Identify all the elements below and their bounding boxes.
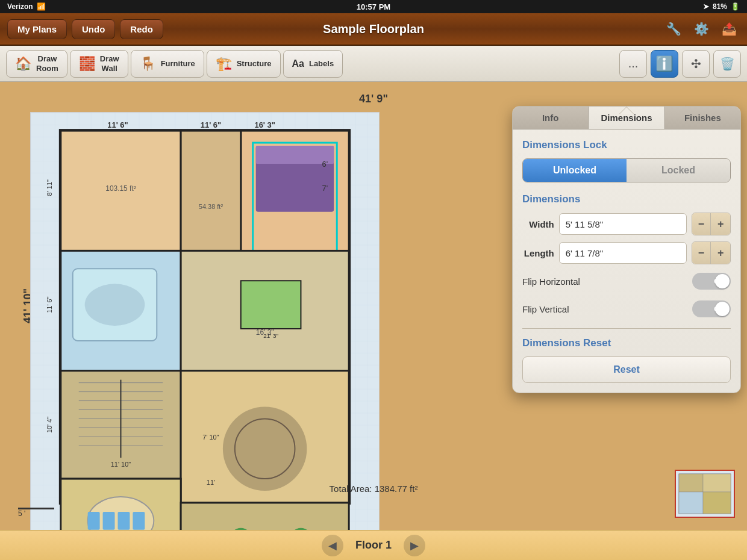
structure-icon: 🏗️	[216, 56, 232, 72]
svg-rect-61	[703, 474, 731, 492]
undo-button[interactable]: Undo	[72, 19, 115, 39]
info-icon: ℹ️	[655, 55, 674, 72]
width-label: Width	[522, 219, 554, 229]
title-right-icons: 🔧 ⚙️ 📤	[663, 18, 740, 40]
labels-button[interactable]: Aa Labels	[283, 50, 343, 78]
move-button[interactable]: ✣	[682, 50, 710, 78]
flip-horizontal-state: OFF	[714, 278, 727, 285]
draw-wall-label1: Draw	[100, 54, 119, 64]
battery-icon: 🔋	[731, 2, 740, 11]
location-icon: ➤	[703, 2, 709, 11]
scale-label: 5 '	[18, 509, 25, 518]
flip-vertical-state: OFF	[714, 305, 727, 313]
svg-text:6': 6'	[322, 160, 328, 169]
flip-horizontal-label: Flip Horizontal	[522, 276, 580, 287]
reset-button[interactable]: Reset	[522, 356, 731, 383]
length-input[interactable]	[559, 242, 687, 264]
locked-button[interactable]: Locked	[627, 159, 730, 182]
svg-text:11': 11'	[207, 479, 215, 486]
title-bar: My Plans Undo Redo Sample Floorplan 🔧 ⚙️…	[0, 13, 747, 46]
svg-rect-38	[118, 512, 130, 530]
trash-button[interactable]: 🗑️	[713, 50, 741, 78]
panel-tabs: Info Dimensions Finishes	[513, 107, 740, 129]
width-stepper: − +	[692, 213, 731, 235]
flip-horizontal-row: Flip Horizontal OFF	[522, 270, 731, 292]
svg-text:11' 6": 11' 6"	[107, 120, 128, 129]
next-floor-button[interactable]: ▶	[404, 535, 425, 556]
svg-text:7': 7'	[322, 184, 328, 193]
svg-text:11' 10": 11' 10"	[111, 461, 131, 468]
floor-label: Floor 1	[355, 539, 392, 552]
draw-wall-label2: Wall	[100, 64, 119, 73]
draw-room-button[interactable]: 🏠 Draw Room	[6, 50, 67, 78]
svg-text:103.15 ft²: 103.15 ft²	[105, 184, 136, 193]
furniture-button[interactable]: 🪑 Furniture	[131, 50, 204, 78]
length-increase-button[interactable]: +	[711, 242, 730, 264]
width-input[interactable]	[559, 213, 687, 235]
dimensions-section-title: Dimensions	[522, 193, 731, 205]
furniture-icon: 🪑	[140, 56, 156, 72]
prev-floor-button[interactable]: ◀	[322, 535, 343, 556]
svg-rect-10	[181, 131, 241, 250]
panel-divider	[522, 328, 731, 329]
move-icon: ✣	[691, 57, 701, 71]
title-left-buttons: My Plans Undo Redo	[7, 19, 163, 39]
svg-rect-36	[88, 512, 100, 530]
my-plans-button[interactable]: My Plans	[7, 19, 67, 39]
labels-icon: Aa	[292, 58, 304, 69]
wrench-icon[interactable]: 🔧	[663, 18, 684, 40]
flip-horizontal-toggle[interactable]: OFF	[692, 273, 731, 290]
svg-text:11' 6": 11' 6"	[201, 120, 221, 129]
tab-finishes[interactable]: Finishes	[665, 107, 740, 129]
dimensions-panel: Info Dimensions Finishes Dimensions Lock…	[512, 106, 741, 393]
flip-vertical-toggle[interactable]: OFF	[692, 300, 731, 317]
carrier-label: Verizon	[7, 2, 33, 11]
flip-vertical-row: Flip Vertical OFF	[522, 298, 731, 320]
redo-button[interactable]: Redo	[120, 19, 163, 39]
svg-rect-63	[703, 492, 731, 514]
panel-body: Dimensions Lock Unlocked Locked Dimensio…	[513, 129, 740, 393]
length-decrease-button[interactable]: −	[692, 242, 711, 264]
structure-button[interactable]: 🏗️ Structure	[207, 50, 281, 78]
status-bar: Verizon 📶 10:57 PM ➤ 81% 🔋	[0, 0, 747, 13]
svg-text:54.38 ft²: 54.38 ft²	[199, 203, 223, 210]
svg-text:16' 3": 16' 3"	[254, 120, 275, 129]
dimensions-lock-title: Dimensions Lock	[522, 139, 731, 151]
more-button[interactable]: ...	[619, 50, 647, 78]
time-label: 10:57 PM	[357, 2, 390, 11]
draw-wall-icon: 🧱	[79, 56, 95, 72]
toolbar: 🏠 Draw Room 🧱 Draw Wall 🪑 Furniture 🏗️ S…	[0, 46, 747, 82]
width-increase-button[interactable]: +	[711, 213, 730, 235]
draw-wall-button[interactable]: 🧱 Draw Wall	[70, 50, 128, 78]
bottom-bar: ◀ Floor 1 ▶	[0, 530, 747, 560]
tab-dimensions[interactable]: Dimensions	[589, 107, 664, 129]
svg-rect-37	[103, 512, 115, 530]
svg-rect-62	[679, 492, 703, 514]
export-icon[interactable]: 📤	[718, 18, 740, 40]
tab-info[interactable]: Info	[513, 107, 589, 129]
floor-plan-canvas[interactable]: 103.15 ft² 189.39 ft² 54.38 ft² 119.72 f…	[30, 112, 380, 530]
length-row: Length − +	[522, 241, 731, 264]
structure-label: Structure	[237, 59, 272, 69]
length-label: Length	[522, 248, 554, 258]
info-button[interactable]: ℹ️	[651, 50, 678, 78]
unlocked-button[interactable]: Unlocked	[523, 159, 627, 182]
width-row: Width − +	[522, 213, 731, 235]
minimap[interactable]	[675, 470, 735, 518]
settings-icon[interactable]: ⚙️	[690, 18, 712, 40]
dimension-top-label: 41' 9"	[359, 93, 388, 105]
svg-rect-18	[241, 281, 301, 329]
svg-rect-40	[181, 503, 349, 530]
svg-text:11' 6": 11' 6"	[46, 296, 53, 313]
trash-icon: 🗑️	[720, 57, 735, 71]
width-decrease-button[interactable]: −	[692, 213, 711, 235]
svg-text:7' 10": 7' 10"	[202, 434, 219, 441]
draw-room-label1: Draw	[36, 54, 58, 64]
status-left: Verizon 📶	[7, 2, 46, 11]
toolbar-right: ... ℹ️ ✣ 🗑️	[619, 50, 741, 78]
svg-text:10' 4": 10' 4"	[46, 417, 53, 433]
total-area-label: Total Area: 1384.77 ft²	[330, 484, 418, 494]
furniture-label: Furniture	[161, 59, 195, 69]
wifi-icon: 📶	[37, 2, 46, 11]
labels-label: Labels	[309, 59, 334, 69]
